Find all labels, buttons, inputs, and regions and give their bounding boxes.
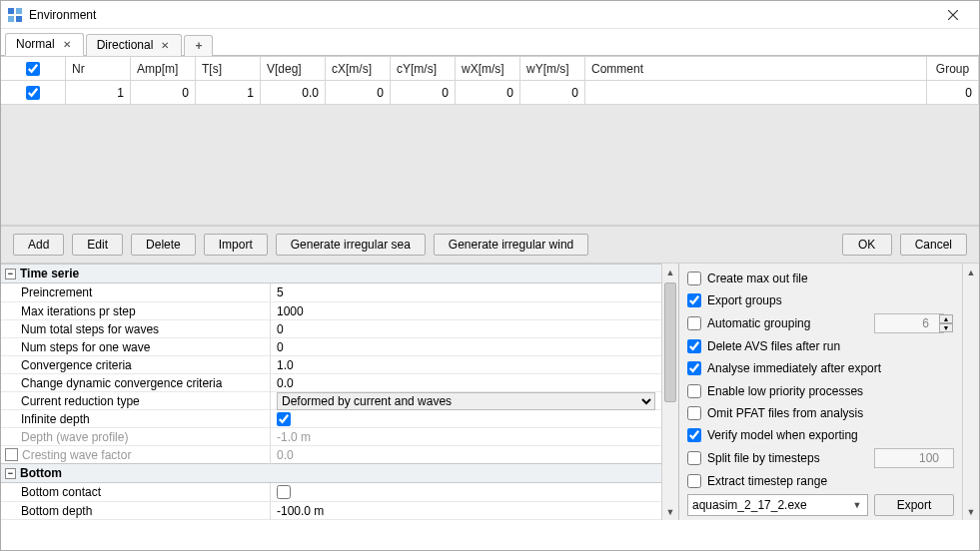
spin-up-icon[interactable]: ▲: [939, 314, 953, 323]
prop-label: Num steps for one wave: [1, 338, 271, 356]
header-check[interactable]: [1, 57, 66, 81]
generate-wind-button[interactable]: Generate irregular wind: [434, 234, 588, 256]
tab-add[interactable]: +: [184, 35, 213, 56]
scroll-down-icon[interactable]: ▼: [662, 503, 678, 520]
svg-rect-1: [16, 8, 22, 14]
option-label[interactable]: Create max out file: [707, 272, 808, 285]
prop-label: Convergence criteria: [1, 356, 271, 374]
group-header-timeserie[interactable]: − Time serie: [1, 264, 661, 283]
extract-checkbox[interactable]: [687, 474, 701, 488]
cell-comment[interactable]: [585, 81, 927, 105]
header-cx[interactable]: cX[m/s]: [326, 57, 391, 81]
auto-grouping-input[interactable]: [874, 313, 944, 333]
scroll-down-icon[interactable]: ▼: [963, 503, 979, 520]
svg-rect-3: [16, 16, 22, 22]
prop-label: Bottom depth: [1, 502, 271, 520]
infinite-depth-checkbox[interactable]: [277, 412, 291, 426]
option-label[interactable]: Extract timestep range: [707, 474, 827, 488]
window-title: Environment: [29, 8, 96, 22]
row-checkbox[interactable]: [26, 86, 40, 100]
group-header-bottom[interactable]: − Bottom: [1, 463, 661, 483]
export-groups-checkbox[interactable]: [687, 293, 701, 307]
option-label[interactable]: Split file by timesteps: [707, 451, 820, 465]
header-comment[interactable]: Comment: [585, 57, 927, 81]
delete-button[interactable]: Delete: [131, 234, 196, 256]
table-row[interactable]: 1 0 1 0.0 0 0 0 0 0: [1, 81, 979, 105]
prop-value[interactable]: 5: [271, 283, 661, 301]
prop-value[interactable]: -100.0 m: [271, 502, 661, 520]
create-max-checkbox[interactable]: [687, 272, 701, 285]
prop-label: Num total steps for waves: [1, 320, 271, 338]
delete-avs-checkbox[interactable]: [687, 339, 701, 353]
executable-combo[interactable]: aquasim_2_17_2.exe ▼: [687, 494, 868, 516]
prop-value[interactable]: 1000: [271, 302, 661, 320]
prop-value-check[interactable]: [271, 520, 661, 521]
header-nr[interactable]: Nr: [66, 57, 131, 81]
option-label[interactable]: Delete AVS files after run: [707, 339, 840, 353]
generate-sea-button[interactable]: Generate irregular sea: [276, 234, 426, 256]
cell-group[interactable]: 0: [927, 81, 979, 105]
split-checkbox[interactable]: [687, 451, 701, 465]
header-wy[interactable]: wY[m/s]: [520, 57, 585, 81]
bottom-contact-checkbox[interactable]: [277, 485, 291, 499]
edit-button[interactable]: Edit: [72, 234, 123, 256]
scroll-thumb[interactable]: [664, 282, 676, 402]
scroll-up-icon[interactable]: ▲: [662, 264, 678, 280]
collapse-icon[interactable]: −: [5, 269, 16, 279]
ok-button[interactable]: OK: [842, 234, 892, 256]
cancel-button[interactable]: Cancel: [900, 234, 967, 256]
svg-rect-2: [8, 16, 14, 22]
analyse-checkbox[interactable]: [687, 361, 701, 375]
auto-grouping-checkbox[interactable]: [687, 316, 701, 330]
header-v[interactable]: V[deg]: [261, 57, 326, 81]
tab-close-icon[interactable]: ✕: [61, 39, 73, 50]
option-label[interactable]: Omit PFAT files from analysis: [707, 406, 863, 420]
option-label[interactable]: Analyse immediately after export: [707, 361, 881, 375]
tab-directional[interactable]: Directional ✕: [86, 34, 183, 56]
close-icon[interactable]: [933, 1, 973, 29]
add-button[interactable]: Add: [13, 234, 64, 256]
cell-cx[interactable]: 0: [326, 81, 391, 105]
tab-bar: Normal ✕ Directional ✕ +: [1, 29, 979, 56]
prop-value[interactable]: 0: [271, 320, 661, 338]
header-checkbox[interactable]: [26, 62, 40, 76]
cell-amp[interactable]: 0: [131, 81, 196, 105]
scrollbar[interactable]: ▲ ▼: [962, 264, 979, 520]
header-wx[interactable]: wX[m/s]: [456, 57, 520, 81]
prop-value-check[interactable]: [271, 410, 661, 428]
checkbox-placeholder: [5, 448, 18, 461]
option-label[interactable]: Verify model when exporting: [707, 428, 858, 442]
tab-close-icon[interactable]: ✕: [159, 40, 171, 51]
omit-pfat-checkbox[interactable]: [687, 406, 701, 420]
low-priority-checkbox[interactable]: [687, 384, 701, 398]
prop-value[interactable]: 0: [271, 338, 661, 356]
export-button[interactable]: Export: [874, 494, 954, 516]
prop-value-check[interactable]: [271, 483, 661, 501]
import-button[interactable]: Import: [204, 234, 268, 256]
split-input[interactable]: [874, 448, 954, 468]
cell-v[interactable]: 0.0: [261, 81, 326, 105]
verify-checkbox[interactable]: [687, 428, 701, 442]
scroll-up-icon[interactable]: ▲: [963, 264, 979, 280]
tab-normal[interactable]: Normal ✕: [5, 33, 84, 56]
option-label[interactable]: Automatic grouping: [707, 316, 810, 330]
cell-t[interactable]: 1: [196, 81, 261, 105]
spin-down-icon[interactable]: ▼: [939, 323, 953, 332]
option-label[interactable]: Export groups: [707, 293, 782, 307]
cell-wy[interactable]: 0: [520, 81, 585, 105]
cell-wx[interactable]: 0: [456, 81, 520, 105]
header-cy[interactable]: cY[m/s]: [391, 57, 456, 81]
collapse-icon[interactable]: −: [5, 468, 16, 479]
header-amp[interactable]: Amp[m]: [131, 57, 196, 81]
option-label[interactable]: Enable low priority processes: [707, 384, 863, 398]
cell-nr[interactable]: 1: [66, 81, 131, 105]
prop-value[interactable]: 1.0: [271, 356, 661, 374]
header-group[interactable]: Group: [927, 57, 979, 81]
scrollbar[interactable]: ▲ ▼: [661, 264, 678, 520]
current-reduction-select[interactable]: Deformed by current and waves: [277, 392, 655, 410]
prop-value-dropdown[interactable]: Deformed by current and waves: [271, 390, 661, 412]
toolbar: Add Edit Delete Import Generate irregula…: [1, 226, 979, 264]
header-t[interactable]: T[s]: [196, 57, 261, 81]
cell-cy[interactable]: 0: [391, 81, 456, 105]
chevron-down-icon[interactable]: ▼: [849, 497, 865, 513]
